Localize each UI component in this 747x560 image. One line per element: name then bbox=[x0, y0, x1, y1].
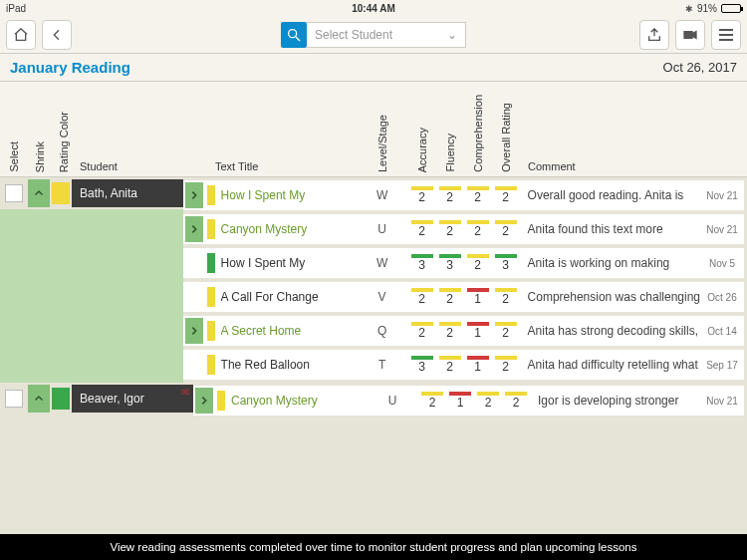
page-header: January Reading Oct 26, 2017 bbox=[0, 54, 747, 82]
chevron-right-icon bbox=[189, 190, 199, 200]
chevron-down-icon: ⌄ bbox=[447, 28, 457, 42]
comment-cell: Overall good reading. Anita is bbox=[520, 188, 700, 202]
assessment-row[interactable]: Canyon MysteryU2122Igor is developing st… bbox=[193, 386, 744, 416]
student-name[interactable]: Bath, Anita bbox=[72, 179, 183, 207]
comment-cell: Anita is working on making bbox=[520, 256, 700, 270]
level-cell: W bbox=[365, 188, 400, 202]
upload-icon bbox=[646, 27, 662, 43]
back-button[interactable] bbox=[42, 20, 72, 50]
select-checkbox[interactable] bbox=[5, 184, 23, 202]
student-row: Bath, Anita bbox=[0, 177, 183, 209]
level-cell: T bbox=[365, 358, 400, 372]
score-cell: 2 bbox=[492, 356, 520, 374]
expand-button bbox=[185, 250, 203, 276]
score-cell: 3 bbox=[408, 356, 436, 374]
home-button[interactable] bbox=[6, 20, 36, 50]
assessment-row[interactable]: How I Spent MyW3323Anita is working on m… bbox=[183, 248, 744, 278]
score-cell: 2 bbox=[492, 220, 520, 238]
score-cell: 3 bbox=[408, 254, 436, 272]
text-title[interactable]: Canyon Mystery bbox=[231, 394, 374, 408]
level-cell: U bbox=[374, 394, 410, 408]
assessment-row[interactable]: The Red BalloonT3212Anita had difficulty… bbox=[183, 350, 744, 380]
toolbar: Select Student ⌄ bbox=[0, 16, 747, 54]
expand-button[interactable] bbox=[185, 182, 203, 208]
date-cell: Nov 21 bbox=[700, 396, 744, 407]
score-cell: 2 bbox=[418, 392, 446, 410]
svg-rect-1 bbox=[684, 32, 692, 39]
student-selector-placeholder: Select Student bbox=[315, 28, 392, 42]
score-cell: 2 bbox=[464, 186, 492, 204]
text-title[interactable]: How I Spent My bbox=[221, 188, 365, 202]
score-cell: 2 bbox=[464, 254, 492, 272]
date-cell: Nov 5 bbox=[700, 258, 744, 269]
footer-text: View reading assessments completed over … bbox=[110, 541, 636, 553]
chevron-right-icon bbox=[189, 224, 199, 234]
battery-pct: 91% bbox=[697, 3, 717, 14]
date-cell: Sep 17 bbox=[700, 360, 744, 371]
score-cell: 2 bbox=[464, 220, 492, 238]
score-cell: 1 bbox=[464, 322, 492, 340]
score-cell: 2 bbox=[408, 322, 436, 340]
bluetooth-icon bbox=[685, 3, 693, 14]
assessment-table: Bath, AnitaHow I Spent MyW2222Overall go… bbox=[0, 177, 747, 534]
level-cell: W bbox=[365, 256, 400, 270]
comment-cell: Comprehension was challenging bbox=[520, 290, 700, 304]
col-select: Select bbox=[8, 138, 20, 176]
rating-mark bbox=[207, 253, 215, 273]
col-comment: Comment bbox=[528, 160, 576, 172]
score-cell: 2 bbox=[436, 356, 464, 374]
collapse-button[interactable] bbox=[28, 179, 50, 207]
video-icon bbox=[682, 27, 698, 43]
student-name[interactable]: Beaver, Igor✉ bbox=[72, 385, 193, 413]
assessment-row[interactable]: Canyon MysteryU2222Anita found this text… bbox=[183, 214, 744, 244]
text-title[interactable]: A Secret Home bbox=[221, 324, 365, 338]
expand-button[interactable] bbox=[185, 216, 203, 242]
share-button[interactable] bbox=[639, 20, 669, 50]
col-comprehension: Comprehension bbox=[472, 91, 484, 176]
score-cell: 2 bbox=[492, 288, 520, 306]
score-cell: 2 bbox=[408, 186, 436, 204]
comment-cell: Igor is developing stronger bbox=[530, 394, 700, 408]
expand-button[interactable] bbox=[185, 318, 203, 344]
assessment-row[interactable]: A Secret HomeQ2212Anita has strong decod… bbox=[183, 316, 744, 346]
score-cell: 1 bbox=[446, 392, 474, 410]
level-cell: V bbox=[365, 290, 400, 304]
score-cell: 2 bbox=[474, 392, 502, 410]
mail-icon: ✉ bbox=[181, 387, 189, 398]
page-title: January Reading bbox=[10, 59, 130, 76]
score-cell: 2 bbox=[436, 288, 464, 306]
rating-mark bbox=[207, 355, 215, 375]
score-cell: 2 bbox=[502, 392, 530, 410]
score-cell: 2 bbox=[436, 186, 464, 204]
comment-cell: Anita has strong decoding skills, bbox=[520, 324, 700, 338]
col-fluency: Fluency bbox=[444, 130, 456, 176]
chevron-right-icon bbox=[189, 326, 199, 336]
col-text-title: Text Title bbox=[215, 160, 258, 172]
score-cell: 2 bbox=[436, 220, 464, 238]
select-checkbox[interactable] bbox=[5, 390, 23, 408]
col-rating-color: Rating Color bbox=[58, 108, 70, 176]
search-icon bbox=[281, 22, 307, 48]
expand-button[interactable] bbox=[195, 388, 213, 414]
assessment-row[interactable]: How I Spent MyW2222Overall good reading.… bbox=[183, 180, 744, 210]
text-title: A Call For Change bbox=[221, 290, 365, 304]
date-cell: Oct 14 bbox=[700, 326, 744, 337]
footer-caption: View reading assessments completed over … bbox=[0, 534, 747, 560]
device-label: iPad bbox=[6, 3, 26, 14]
svg-point-0 bbox=[289, 29, 297, 37]
rating-color-chip bbox=[52, 388, 70, 410]
assessment-row[interactable]: A Call For ChangeV2212Comprehension was … bbox=[183, 282, 744, 312]
text-title: How I Spent My bbox=[221, 256, 365, 270]
student-selector[interactable]: Select Student ⌄ bbox=[281, 20, 466, 50]
collapse-button[interactable] bbox=[28, 385, 50, 413]
rating-mark bbox=[207, 321, 215, 341]
text-title: The Red Balloon bbox=[221, 358, 365, 372]
camera-button[interactable] bbox=[675, 20, 705, 50]
menu-button[interactable] bbox=[711, 20, 741, 50]
col-student: Student bbox=[80, 160, 118, 172]
score-cell: 2 bbox=[408, 288, 436, 306]
menu-icon bbox=[719, 29, 733, 41]
level-cell: Q bbox=[365, 324, 400, 338]
home-icon bbox=[13, 27, 29, 43]
text-title[interactable]: Canyon Mystery bbox=[221, 222, 365, 236]
